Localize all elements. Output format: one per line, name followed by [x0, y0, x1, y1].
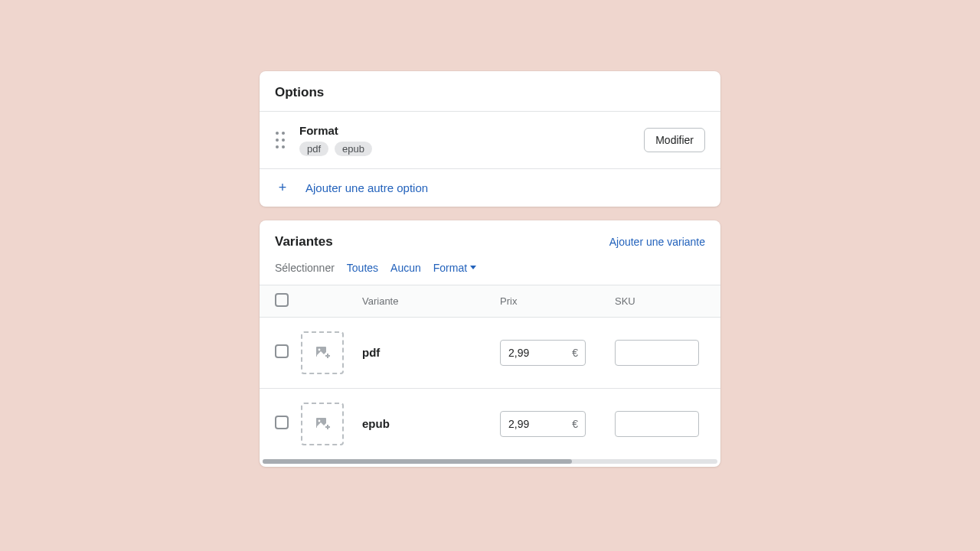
image-add-icon [315, 345, 330, 360]
sku-input[interactable] [615, 411, 699, 437]
row-checkbox[interactable] [275, 416, 289, 429]
add-option-button[interactable]: + Ajouter une autre option [260, 168, 720, 207]
filter-format[interactable]: Format [433, 262, 476, 274]
variants-header: Variantes Ajouter une variante [260, 220, 720, 254]
option-content: Format pdf epub [299, 124, 630, 156]
scrollbar-thumb[interactable] [263, 459, 572, 464]
price-input[interactable] [500, 411, 586, 437]
option-name: Format [299, 124, 630, 137]
select-label: Sélectionner [275, 262, 335, 274]
add-variant-link[interactable]: Ajouter une variante [609, 236, 705, 248]
option-row-format: Format pdf epub Modifier [260, 111, 720, 168]
option-value-pill: epub [335, 142, 372, 156]
add-option-label: Ajouter une autre option [305, 181, 428, 194]
sku-input[interactable] [615, 340, 699, 366]
select-all-checkbox[interactable] [275, 293, 289, 307]
table-header: Variante Prix SKU [260, 285, 720, 318]
variant-name: epub [362, 417, 500, 430]
variant-name: pdf [362, 346, 500, 359]
svg-point-1 [318, 348, 321, 350]
chevron-down-icon [470, 266, 476, 269]
variants-table-wrap: Variante Prix SKU [260, 285, 720, 459]
drag-handle-icon[interactable] [275, 132, 286, 148]
options-title: Options [260, 71, 720, 111]
variant-filters: Sélectionner Toutes Aucun Format [260, 254, 720, 285]
admin-panel: Options Format pdf epub Modifier + Ajout… [260, 71, 720, 481]
filter-all[interactable]: Toutes [347, 262, 378, 274]
table-row: pdf € Modifier [260, 318, 720, 389]
svg-point-5 [318, 419, 321, 422]
price-field-wrap: € [500, 340, 586, 366]
variants-table: Variante Prix SKU [260, 285, 720, 459]
edit-option-button[interactable]: Modifier [644, 128, 705, 152]
col-price: Prix [500, 295, 615, 307]
col-sku: SKU [615, 295, 720, 307]
price-input[interactable] [500, 340, 586, 366]
variants-title: Variantes [275, 234, 333, 249]
svg-rect-3 [327, 354, 328, 358]
option-values: pdf epub [299, 142, 630, 156]
variants-card: Variantes Ajouter une variante Sélection… [260, 220, 720, 467]
table-row: epub € Modifier [260, 389, 720, 459]
col-variant: Variante [362, 295, 500, 307]
row-checkbox[interactable] [275, 344, 289, 358]
image-placeholder[interactable] [301, 331, 344, 374]
price-field-wrap: € [500, 411, 586, 437]
horizontal-scrollbar[interactable] [263, 459, 717, 464]
option-value-pill: pdf [299, 142, 328, 156]
options-card: Options Format pdf epub Modifier + Ajout… [260, 71, 720, 207]
filter-none[interactable]: Aucun [390, 262, 421, 274]
plus-icon: + [275, 180, 290, 196]
image-add-icon [315, 416, 330, 432]
svg-rect-7 [327, 425, 328, 429]
image-placeholder[interactable] [301, 403, 344, 445]
